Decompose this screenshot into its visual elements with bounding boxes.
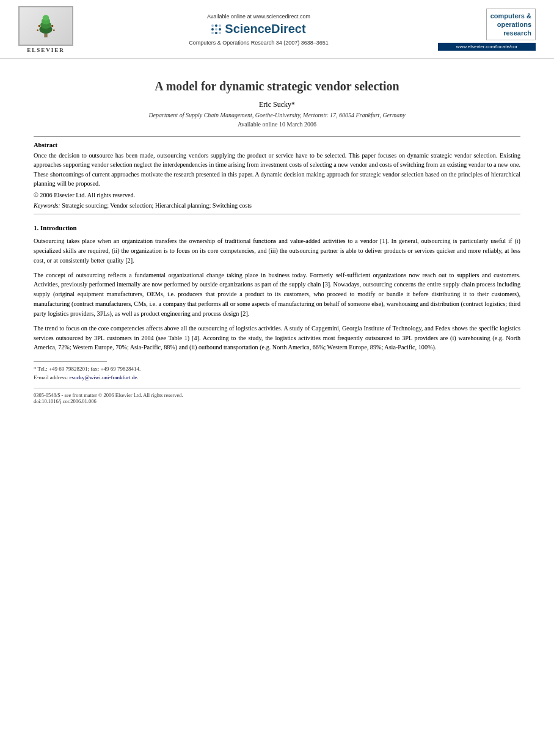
section-1-para-2: The concept of outsourcing reflects a fu… <box>34 271 520 319</box>
article-content: A model for dynamic strategic vendor sel… <box>0 59 554 416</box>
svg-point-8 <box>53 29 55 31</box>
article-affiliation: Department of Supply Chain Management, G… <box>34 112 520 118</box>
svg-point-6 <box>51 24 54 27</box>
svg-point-4 <box>43 15 49 20</box>
article-author: Eric Sucky* <box>34 100 520 109</box>
elsevier-wordmark: ELSEVIER <box>27 47 65 53</box>
journal-header: ELSEVIER Available online at www.science… <box>0 0 554 59</box>
elsevier-logo-area: ELSEVIER <box>12 6 79 53</box>
page: ELSEVIER Available online at www.science… <box>0 0 554 756</box>
divider-after-abstract <box>34 214 520 214</box>
article-available-date: Available online 10 March 2006 <box>34 121 520 128</box>
footnote-email: E-mail address: esucky@wiwi.uni-frankfur… <box>34 374 520 382</box>
keywords-line: Keywords: Strategic sourcing; Vendor sel… <box>34 202 520 209</box>
issn-line: 0305-0548/$ - see front matter © 2006 El… <box>34 392 520 398</box>
copyright-notice: © 2006 Elsevier Ltd. All rights reserved… <box>34 192 520 198</box>
footnote-email-link[interactable]: esucky@wiwi.uni-frankfurt.de. <box>69 374 138 380</box>
footnote-divider <box>34 361 107 362</box>
cor-logo-area: computers & operations research www.else… <box>438 9 536 51</box>
sciencedirect-dots-icon <box>211 24 221 34</box>
doi-line: doi:10.1016/j.cor.2006.01.006 <box>34 398 520 404</box>
keywords-values: Strategic sourcing; Vendor selection; Hi… <box>62 202 252 209</box>
abstract-label: Abstract <box>34 142 520 148</box>
bottom-info: 0305-0548/$ - see front matter © 2006 El… <box>34 388 520 404</box>
journal-center-header: Available online at www.sciencedirect.co… <box>79 13 438 46</box>
elsevier-logo-box <box>18 6 73 46</box>
divider-after-title <box>34 136 520 137</box>
available-online-text: Available online at www.sciencedirect.co… <box>207 13 310 20</box>
svg-rect-0 <box>44 33 47 37</box>
article-title: A model for dynamic strategic vendor sel… <box>34 78 520 94</box>
journal-citation: Computers & Operations Research 34 (2007… <box>189 40 329 46</box>
sciencedirect-logo: ScienceDirect <box>211 22 305 36</box>
section-1-para-3: The trend to focus on the core competenc… <box>34 324 520 352</box>
cor-logo: computers & operations research <box>486 9 536 41</box>
section-1-heading: 1. Introduction <box>34 224 520 231</box>
section-1-para-1: Outsourcing takes place when an organiza… <box>34 236 520 265</box>
journal-url[interactable]: www.elsevier.com/locate/cor <box>438 43 536 51</box>
keywords-label: Keywords: <box>34 202 60 209</box>
svg-point-7 <box>37 29 38 31</box>
abstract-text: Once the decision to outsource has been … <box>34 151 520 188</box>
footnote-star: * Tel.: +49 69 79828201; fax: +49 69 798… <box>34 365 520 374</box>
sciencedirect-wordmark: ScienceDirect <box>225 22 305 36</box>
elsevier-logo: ELSEVIER <box>12 6 79 53</box>
elsevier-tree-icon <box>27 14 64 38</box>
svg-point-5 <box>38 24 41 27</box>
